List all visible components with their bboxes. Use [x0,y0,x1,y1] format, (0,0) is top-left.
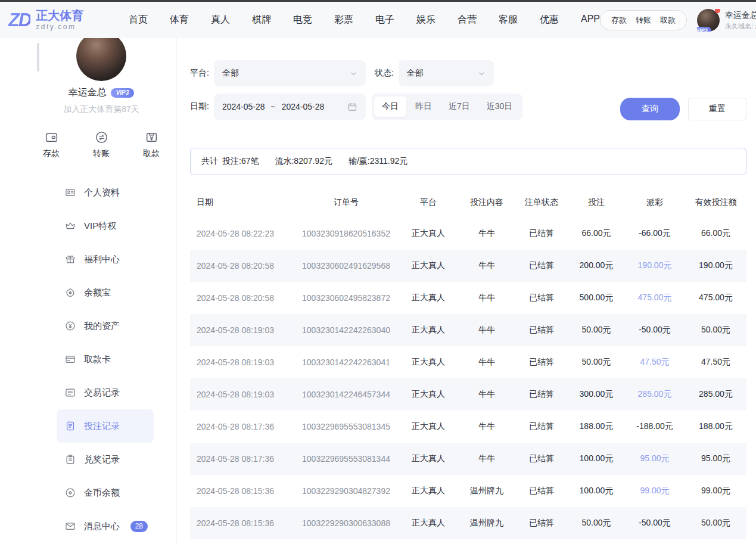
nav-item-8[interactable]: 合营 [458,14,477,26]
logo-title: 正大体育 [36,9,83,22]
wallet-pill-item[interactable]: 取款 [660,15,676,26]
nav-item-4[interactable]: 电竞 [293,14,312,26]
cell-status: 已结算 [514,518,569,529]
table-row[interactable]: 2024-05-28 08:17:36 1003229695553081344 … [190,443,746,475]
sidebar-item-3[interactable]: 余额宝 [57,276,154,309]
sidebar-item-10[interactable]: 消息中心 28 [57,509,154,543]
cell-order-number: 1003229695553081345 [295,422,397,431]
sidebar-item-7[interactable]: 投注记录 [57,409,154,443]
bank-card-icon [64,353,76,365]
cell-bet-content: 温州牌九 [459,486,514,496]
cell-date: 2024-05-28 08:20:58 [190,261,295,271]
date-range-picker[interactable]: 2024-05-28 ~ 2024-05-28 [214,94,366,120]
sidebar-item-8[interactable]: 兑奖记录 [57,443,154,476]
sidebar-item-0[interactable]: 个人资料 [57,176,154,209]
sidebar-item-5[interactable]: 取款卡 [57,343,154,376]
nav-item-2[interactable]: 真人 [211,14,230,26]
reset-button[interactable]: 重置 [688,98,746,120]
table-row[interactable]: 2024-05-28 08:20:58 1003230602495823872 … [190,282,746,314]
cell-order-number: 1003230142242263041 [295,358,397,367]
cell-bet-amount: 50.00元 [569,357,624,368]
table-row[interactable]: 2024-05-28 08:20:58 1003230602491629568 … [190,250,746,282]
date-end: 2024-05-28 [282,102,325,111]
cell-platform: 正大真人 [397,293,459,303]
table-row[interactable]: 2024-05-28 08:22:23 1003230918620516352 … [190,217,746,250]
nav-item-9[interactable]: 客服 [499,14,518,26]
table-row[interactable]: 2024-05-28 08:19:03 1003230142242263040 … [190,314,746,346]
cell-bet-content: 牛牛 [459,325,514,335]
summary-winloss: 输/赢:2311.92元 [349,156,407,167]
cell-date: 2024-05-28 08:17:36 [190,454,295,464]
date-range-option[interactable]: 近30日 [479,97,521,117]
table-row[interactable]: 2024-05-28 08:15:36 1003229290300633088 … [190,507,746,539]
table-row[interactable]: 2024-05-28 08:19:03 1003230142246457344 … [190,378,746,411]
nav-item-6[interactable]: 电子 [375,14,394,26]
date-label: 日期: [190,101,209,112]
summary-bar: 共计 投注:67笔 流水:8207.92元 输/赢:2311.92元 [190,148,746,175]
quick-action[interactable]: 取款 [143,130,160,159]
site-logo[interactable]: ZD 正大体育 zdty.com [8,9,114,31]
table-header-cell: 派彩 [624,197,686,208]
table-row[interactable]: 2024-05-28 08:19:03 1003230142242263041 … [190,346,746,378]
cell-date: 2024-05-28 08:19:03 [190,358,295,367]
date-range-option[interactable]: 昨日 [407,97,440,117]
quick-action[interactable]: 存款 [43,130,60,159]
sidebar-item-4[interactable]: 我的资产 [57,309,154,343]
search-button[interactable]: 查询 [620,98,680,120]
page: ZD 正大体育 zdty.com 首页体育真人棋牌电竞彩票电子娱乐合营客服优惠A… [0,0,756,544]
cell-bet-amount: 100.00元 [569,453,624,464]
avatar[interactable]: VIP3 [697,9,720,32]
gold-coin-icon [64,487,76,499]
user-block[interactable]: VIP3 幸运金总总 永久域名: zdty [697,9,756,32]
nav-item-7[interactable]: 娱乐 [416,14,435,26]
main-nav: 首页体育真人棋牌电竞彩票电子娱乐合营客服优惠APP [129,14,600,26]
wallet-pill-item[interactable]: 存款 [611,15,627,26]
nav-item-0[interactable]: 首页 [129,14,148,26]
cell-status: 已结算 [514,325,569,335]
profile-avatar[interactable] [76,38,126,81]
platform-label: 平台: [190,68,209,79]
nav-item-5[interactable]: 彩票 [334,14,353,26]
sidebar-menu: 个人资料 VIP特权 福利中心 余额宝 我的资产 取款卡 交易记录 投注记录 兑… [57,176,154,544]
sidebar-item-6[interactable]: 交易记录 [57,376,154,409]
table-row[interactable]: 2024-05-28 08:17:36 1003229695553081345 … [190,411,746,443]
sidebar-item-1[interactable]: VIP特权 [57,209,154,243]
date-range-option[interactable]: 近7日 [441,97,478,117]
sidebar-scrollbar[interactable] [37,43,39,72]
nav-item-1[interactable]: 体育 [170,14,189,26]
cell-bet-amount: 50.00元 [569,325,624,335]
profile-name: 幸运金总 [69,86,107,99]
cell-valid-amount: 475.00元 [686,293,746,303]
coin-purse-icon [64,287,76,299]
wallet-quick-links: 存款转账取款 [600,10,687,30]
cell-order-number: 1003230602495823872 [295,293,397,303]
cell-valid-amount: 285.00元 [686,389,746,400]
nav-item-11[interactable]: APP [581,14,600,26]
cell-bet-content: 牛牛 [459,293,514,303]
quick-action[interactable]: 转账 [93,130,110,159]
cell-order-number: 1003230142246457344 [295,390,397,399]
cell-bet-content: 牛牛 [459,389,514,400]
nav-item-10[interactable]: 优惠 [540,14,559,26]
cell-status: 已结算 [514,389,569,400]
nav-item-3[interactable]: 棋牌 [252,14,271,26]
sidebar-item-9[interactable]: 金币余额 [57,476,154,509]
status-select-value: 全部 [407,68,424,79]
status-select[interactable]: 全部 [399,60,494,86]
wallet-icon [44,130,59,145]
cell-payout: -50.00元 [624,518,686,529]
cell-valid-amount: 47.50元 [686,357,746,368]
platform-select[interactable]: 全部 [214,60,366,86]
cell-bet-content: 牛牛 [459,260,514,271]
cell-payout: -66.00元 [624,228,686,239]
sidebar-item-2[interactable]: 福利中心 [57,243,154,276]
table-header-cell: 注单状态 [514,197,569,208]
cell-status: 已结算 [514,293,569,303]
wallet-pill-item[interactable]: 转账 [636,15,651,26]
cell-status: 已结算 [514,421,569,432]
date-range-option[interactable]: 今日 [374,97,406,117]
chevron-down-icon [350,70,357,77]
table-row[interactable]: 2024-05-28 08:15:36 1003229290304827392 … [190,475,746,507]
cell-status: 已结算 [514,228,569,239]
table-header: 日期订单号平台投注内容注单状态投注派彩有效投注额 [190,188,746,217]
